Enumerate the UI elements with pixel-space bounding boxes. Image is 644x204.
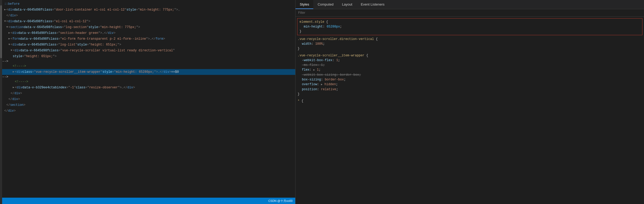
tab-styles-label: Styles <box>300 2 309 6</box>
tab-layout-label: Layout <box>342 2 352 6</box>
dom-row-comment-1[interactable]: <!----> <box>2 63 295 69</box>
dom-row-close-3[interactable]: </div> <box>2 96 295 102</box>
dom-row-7[interactable]: ▼ <div data-v-6645d98f class="vue-recycl… <box>2 48 295 53</box>
vue-scroller-vertical-rule: .vue-recycle-scroller.direction-vertical… <box>296 36 644 52</box>
element-style-selector: element.style { <box>299 20 640 24</box>
bottom-status-bar: CSDN @十月oo00 <box>2 198 295 204</box>
element-style-rule: element.style { min-height: 65280px; } <box>297 18 642 35</box>
dom-tree: ::before ▶ <div data-v-6645d98f class="d… <box>2 0 295 198</box>
styles-content: element.style { min-height: 65280px; } .… <box>296 17 644 204</box>
scrollbar-thumb[interactable] <box>0 5 2 58</box>
dom-row-comment-2[interactable]: <!----> <box>2 79 295 85</box>
dom-row-1[interactable]: ▶ <div data-v-6645d98f class="door-list-… <box>2 7 295 13</box>
vue-scroller-prop-width: width: 100%; <box>298 42 642 46</box>
dom-row-close-section[interactable]: </section> <box>2 102 295 108</box>
dom-row-close-1[interactable]: </div> <box>2 13 295 19</box>
expand-arrow-selected[interactable]: ▶ <box>13 69 14 75</box>
item-wrapper-rule: .vue-recycle-scroller__item-wrapper { -w… <box>296 52 644 98</box>
pseudo-element-label: ::before <box>4 1 20 7</box>
element-style-close-brace: } <box>299 29 640 34</box>
dom-row-3[interactable]: ▼ <section data-v-6645d98f class="log-se… <box>2 24 295 30</box>
expand-arrow-5[interactable]: ▶ <box>8 36 10 42</box>
dom-row-4[interactable]: ▶ <div data-v-6645d98f class="section-he… <box>2 30 295 36</box>
expand-arrow-7[interactable]: ▼ <box>11 48 12 53</box>
filter-input[interactable] <box>298 11 641 15</box>
expand-arrow-4[interactable]: ▶ <box>8 30 10 36</box>
item-wrapper-position: position: relative; <box>298 87 642 92</box>
dom-before-pseudo[interactable]: ::before <box>2 1 295 7</box>
dom-row-close-2[interactable]: </div> <box>2 90 295 96</box>
item-wrapper-webkit-box-sizing: -webkit-box-sizing: border-box; <box>298 72 642 77</box>
universal-selector: * { <box>298 99 642 103</box>
styles-panel: Styles Computed Layout Event Listeners e… <box>296 0 644 204</box>
filter-bar <box>296 9 644 17</box>
item-wrapper-webkit-box-flex: -webkit-box-flex: 1; <box>298 58 642 63</box>
dom-row-2[interactable]: ▼ <div data-v-6645d98f class="el-col el-… <box>2 19 295 24</box>
expand-arrow-1[interactable]: ▶ <box>4 7 6 13</box>
universal-rule: * { <box>296 98 644 105</box>
expand-arrow-3[interactable]: ▼ <box>6 24 8 30</box>
expand-arrow-2[interactable]: ▼ <box>4 19 6 24</box>
tab-computed-label: Computed <box>317 2 333 6</box>
tab-layout[interactable]: Layout <box>338 0 356 9</box>
dom-row-5[interactable]: ▶ <form data-v-6645d98f class="el-form f… <box>2 36 295 42</box>
dom-scrollbar[interactable] <box>0 0 2 204</box>
tab-styles[interactable]: Styles <box>296 0 313 9</box>
dom-row-7b: style="height: 651px;"> <box>2 53 295 59</box>
vue-scroller-vertical-selector: .vue-recycle-scroller.direction-vertical… <box>298 37 642 42</box>
tab-event-listeners-label: Event Listeners <box>361 2 384 6</box>
dom-panel: ::before ▶ <div data-v-6645d98f class="d… <box>2 0 296 204</box>
dom-row-6[interactable]: ▼ <div data-v-6645d98f class="log-list" … <box>2 42 295 48</box>
item-wrapper-flex: flex: ▶ 1; <box>298 67 642 72</box>
expand-arrow-8[interactable]: ▶ <box>13 85 14 90</box>
dom-row-selected[interactable]: ▶ <div class="vue-recycle-scroller__item… <box>2 69 295 75</box>
vue-scroller-vertical-close: } <box>298 46 642 51</box>
bottom-bar-text: CSDN @十月oo00 <box>268 199 293 203</box>
dom-row-close-4[interactable]: </div> <box>2 108 295 114</box>
item-wrapper-ms-flex: -ms-flex: 1; <box>298 63 642 67</box>
tabs-bar: Styles Computed Layout Event Listeners <box>296 0 644 9</box>
tab-event-listeners[interactable]: Event Listeners <box>356 0 389 9</box>
element-style-property-1: min-height: 65280px; <box>299 24 640 29</box>
item-wrapper-overflow: overflow: ▶ hidden; <box>298 82 642 87</box>
tab-computed[interactable]: Computed <box>313 0 338 9</box>
item-wrapper-selector: .vue-recycle-scroller__item-wrapper { <box>298 53 642 58</box>
item-wrapper-box-sizing: box-sizing: border-box; <box>298 77 642 82</box>
item-wrapper-close: } <box>298 92 642 97</box>
dom-row-8[interactable]: ▶ <div data-v-b329ee4c tabindex="-1" cla… <box>2 85 295 90</box>
expand-arrow-6[interactable]: ▼ <box>8 42 10 48</box>
